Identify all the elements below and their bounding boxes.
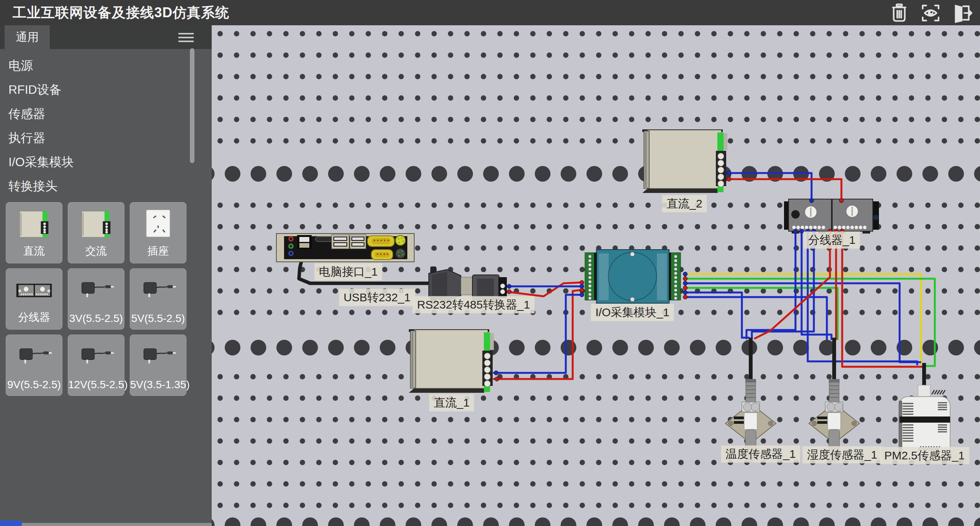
splitter-thumbnail-icon — [13, 275, 55, 309]
device-humidity-sensor-1[interactable] — [809, 338, 859, 462]
sidebar-scrollbar[interactable] — [190, 48, 194, 163]
topbar-actions — [888, 2, 973, 24]
component-card-label: 插座 — [130, 244, 186, 258]
trash-icon — [888, 2, 910, 24]
top-bar: 工业互联网设备及接线3D仿真系统 — [0, 0, 980, 25]
component-card-label: 5V(3.5-1.35) — [130, 379, 186, 391]
delete-button[interactable] — [888, 2, 910, 24]
sidebar-item[interactable]: 传感器 — [0, 102, 188, 126]
sidebar-corner-accent — [0, 521, 22, 526]
adapter-thumbnail-icon — [75, 341, 117, 375]
component-card-label: 12V(5.5-2.5) — [68, 379, 124, 391]
component-card[interactable]: 9V(5.5-2.5) — [6, 335, 62, 396]
component-card-label: 5V(5.5-2.5) — [130, 312, 186, 325]
sidebar-item[interactable]: 执行器 — [0, 126, 188, 150]
component-card[interactable]: 分线器 — [6, 268, 62, 330]
sidebar-bottom-strip — [22, 523, 212, 526]
device-dc-power-1[interactable] — [409, 329, 494, 393]
component-card[interactable]: 3V(5.5-2.5) — [68, 268, 124, 330]
sidebar-item[interactable]: 转换接头 — [0, 174, 188, 198]
menu-icon[interactable] — [178, 31, 194, 44]
component-card-label: 3V(5.5-2.5) — [68, 312, 124, 325]
3d-viewport[interactable]: 直流_2分线器_1电脑接口_1USB转232_1RS232转485转换器_1I/… — [212, 25, 980, 526]
exit-button[interactable] — [951, 2, 973, 24]
adapter-thumbnail-icon — [13, 341, 55, 375]
component-card-label: 直流 — [6, 244, 62, 258]
adapter-thumbnail-icon — [137, 341, 179, 375]
sidebar-item[interactable]: 电源 — [0, 54, 188, 78]
psu-thumbnail-icon — [75, 209, 117, 242]
component-card[interactable]: 5V(5.5-2.5) — [130, 268, 186, 330]
scene-svg[interactable] — [212, 25, 980, 526]
sidebar-list: 电源RFID设备传感器执行器I/O采集模块转换接头 — [0, 54, 188, 198]
device-io-module-1[interactable] — [585, 250, 681, 303]
device-temperature-sensor-1[interactable] — [725, 338, 776, 462]
sidebar-item[interactable]: I/O采集模块 — [0, 150, 188, 174]
component-card[interactable]: 5V(3.5-1.35) — [130, 335, 186, 396]
component-sidebar: 通用 电源RFID设备传感器执行器I/O采集模块转换接头 直流交流插座分线器3V… — [0, 25, 212, 526]
socket-thumbnail-icon — [137, 209, 179, 242]
component-card[interactable]: 插座 — [130, 202, 186, 263]
component-grid: 直流交流插座分线器3V(5.5-2.5)5V(5.5-2.5)9V(5.5-2.… — [6, 202, 192, 396]
component-card-label: 9V(5.5-2.5) — [6, 379, 62, 391]
exit-door-icon — [951, 2, 973, 24]
tab-general[interactable]: 通用 — [5, 25, 50, 49]
adapter-thumbnail-icon — [137, 275, 179, 309]
component-card[interactable]: 12V(5.5-2.5) — [68, 335, 124, 396]
psu-thumbnail-icon — [13, 209, 55, 242]
component-card-label: 分线器 — [6, 310, 62, 325]
app-title: 工业互联网设备及接线3D仿真系统 — [13, 0, 229, 25]
device-pc-interface-1[interactable] — [276, 234, 414, 262]
view-button[interactable] — [920, 2, 942, 24]
component-card[interactable]: 直流 — [6, 202, 62, 263]
eye-view-icon — [920, 2, 942, 24]
device-splitter-1[interactable] — [784, 199, 879, 234]
adapter-thumbnail-icon — [75, 275, 117, 309]
sidebar-tab-row: 通用 — [0, 25, 212, 49]
component-card-label: 交流 — [68, 244, 124, 258]
component-card[interactable]: 交流 — [68, 202, 124, 263]
device-dc-power-2[interactable] — [642, 129, 727, 193]
sidebar-item[interactable]: RFID设备 — [0, 78, 188, 102]
